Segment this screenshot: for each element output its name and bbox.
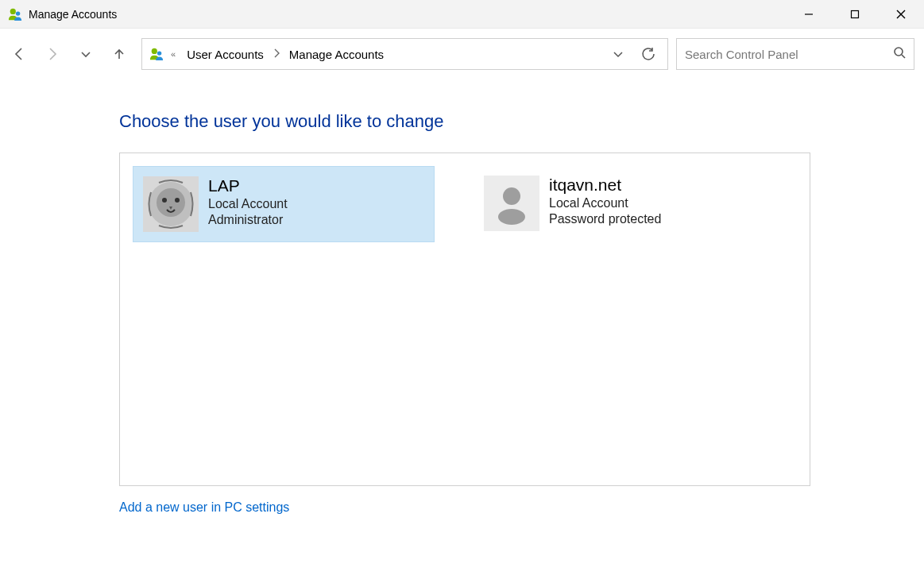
svg-rect-3	[852, 10, 859, 17]
title-left: Manage Accounts	[0, 7, 117, 21]
account-type: Local Account	[549, 196, 661, 210]
svg-point-16	[503, 187, 520, 205]
back-button[interactable]	[10, 44, 29, 64]
account-name: LAP	[208, 176, 288, 195]
breadcrumb-item-manage-accounts[interactable]: Manage Accounts	[284, 44, 389, 64]
avatar-default	[484, 176, 539, 231]
window-controls	[786, 0, 924, 28]
nav-row: « User Accounts Manage Accounts	[0, 29, 924, 79]
account-info: itqavn.net Local Account Password protec…	[549, 176, 661, 226]
account-type: Local Account	[208, 197, 288, 211]
nav-arrows	[10, 44, 133, 64]
user-accounts-path-icon	[149, 46, 164, 62]
svg-point-0	[10, 8, 16, 14]
search-box[interactable]	[676, 38, 914, 70]
account-tile-itqavn[interactable]: itqavn.net Local Account Password protec…	[474, 166, 776, 241]
account-tile-lap[interactable]: LAP Local Account Administrator	[133, 166, 435, 242]
content-area: Choose the user you would like to change	[0, 79, 810, 515]
breadcrumb-item-user-accounts[interactable]: User Accounts	[182, 44, 269, 64]
svg-point-8	[895, 48, 903, 56]
svg-point-7	[157, 51, 161, 55]
svg-point-6	[152, 48, 157, 54]
close-button[interactable]	[878, 0, 924, 28]
breadcrumb-root-chevron-icon[interactable]: «	[169, 49, 177, 59]
forward-button[interactable]	[43, 44, 62, 64]
account-name: itqavn.net	[549, 176, 661, 195]
account-info: LAP Local Account Administrator	[208, 176, 288, 227]
svg-point-14	[175, 198, 180, 203]
up-button[interactable]	[110, 44, 129, 64]
avatar-lion	[143, 176, 199, 232]
title-bar: Manage Accounts	[0, 0, 924, 29]
chevron-right-icon	[273, 47, 280, 61]
account-role: Administrator	[208, 213, 288, 227]
window-title: Manage Accounts	[29, 8, 117, 21]
search-icon[interactable]	[893, 46, 906, 62]
recent-locations-button[interactable]	[76, 44, 95, 64]
search-input[interactable]	[685, 48, 893, 61]
add-user-link[interactable]: Add a new user in PC settings	[119, 500, 289, 515]
svg-line-9	[902, 55, 905, 58]
svg-point-1	[16, 11, 20, 15]
account-status: Password protected	[549, 212, 661, 226]
minimize-button[interactable]	[786, 0, 832, 28]
page-heading: Choose the user you would like to change	[119, 111, 810, 132]
refresh-button[interactable]	[636, 41, 661, 67]
address-bar[interactable]: « User Accounts Manage Accounts	[141, 38, 668, 70]
maximize-button[interactable]	[832, 0, 878, 28]
accounts-container: LAP Local Account Administrator itqavn.n…	[119, 153, 810, 486]
svg-point-17	[498, 209, 525, 225]
user-accounts-app-icon	[8, 7, 22, 21]
previous-locations-button[interactable]	[605, 41, 631, 67]
svg-point-13	[162, 198, 167, 203]
